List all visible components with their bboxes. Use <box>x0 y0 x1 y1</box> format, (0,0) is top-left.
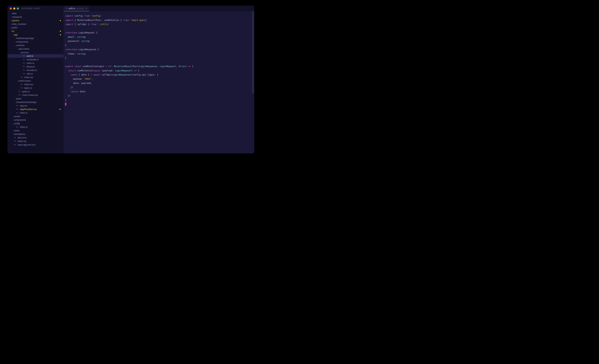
cursor <box>65 103 66 105</box>
tree-item[interactable]: TSUserContext.tsx <box>8 93 63 97</box>
chevron-right-icon: › <box>12 115 14 117</box>
tree-item-label: App.tsx <box>20 104 63 107</box>
typescript-icon: TS <box>23 73 26 75</box>
tree-item-label: types.ts <box>24 87 63 89</box>
chevron-right-icon: › <box>10 23 12 25</box>
tree-item[interactable]: TSApp.tsx <box>8 104 63 107</box>
tree-item-label: AppProviders.tsx <box>20 108 63 111</box>
typescript-icon: TS <box>23 66 26 68</box>
tree-item[interactable]: TSindex.tsx <box>8 76 63 79</box>
chevron-down-icon: ⌄ <box>17 48 18 50</box>
chevron-right-icon: › <box>14 37 16 39</box>
sidebar: EXPLORER: FRONT ›.idea›.storybook›cypres… <box>8 6 63 153</box>
close-tab-icon[interactable]: × <box>86 7 87 10</box>
tree-item[interactable]: TSlibrary.ts <box>8 65 63 68</box>
tree-item-label: services <box>21 51 63 54</box>
tree-item[interactable]: ›.idea <box>8 12 63 15</box>
tree-item-label: utils.ts <box>26 72 63 75</box>
scrollbar-track[interactable] <box>252 11 254 153</box>
tree-item[interactable]: ›types <box>8 97 63 100</box>
typescript-icon: TS <box>16 126 19 128</box>
tree-item-label: index.tsx <box>24 83 63 86</box>
close-window-button[interactable] <box>10 8 12 9</box>
tree-item[interactable]: TScandidate.ts <box>8 58 63 61</box>
tree-item[interactable]: ›UnauthenticatedApp <box>8 100 63 104</box>
chevron-down-icon: ⌄ <box>17 80 18 82</box>
chevron-right-icon: › <box>10 13 12 14</box>
tree-item-label: assets <box>14 115 63 118</box>
tree-item[interactable]: ⌄services <box>8 51 63 54</box>
tree-item[interactable]: ›translations <box>8 132 63 136</box>
tree-item[interactable]: TStypes.ts <box>8 90 63 93</box>
editor-window: EXPLORER: FRONT ›.idea›.storybook›cypres… <box>8 6 254 153</box>
minimize-window-button[interactable] <box>13 8 15 9</box>
tree-item[interactable]: TSauth.ts <box>8 54 63 58</box>
tab-auth-ts[interactable]: TS auth.ts services × <box>63 6 89 11</box>
tree-item[interactable]: TSdecs.d.ts <box>8 136 63 139</box>
chevron-right-icon: › <box>14 41 16 43</box>
tree-item-label: index.tsx <box>24 76 63 79</box>
tree-item[interactable]: TStypes.ts <box>8 86 63 90</box>
typescript-icon: TS <box>65 8 67 9</box>
chevron-right-icon: › <box>10 20 12 21</box>
tree-item-label: src <box>12 30 63 33</box>
tree-item[interactable]: ⌄app <box>8 33 63 36</box>
tree-item[interactable]: ›cypress <box>8 19 63 22</box>
typescript-icon: TS <box>14 144 17 146</box>
chevron-right-icon: › <box>10 27 12 29</box>
tree-item[interactable]: ›public <box>8 26 63 29</box>
tree-item[interactable]: TSutils.ts <box>8 72 63 76</box>
chevron-down-icon: ⌄ <box>12 122 14 124</box>
editor-area: TS auth.ts services × import config from… <box>63 6 254 153</box>
maximize-window-button[interactable] <box>17 8 19 9</box>
tree-item-label: library.ts <box>26 65 63 68</box>
tree-item-label: cypress <box>12 19 63 22</box>
tree-item[interactable]: ›styles <box>8 129 63 132</box>
tree-item[interactable]: ›AuthenticatedApp <box>8 36 63 40</box>
typescript-icon: TS <box>14 140 17 142</box>
tree-item[interactable]: TSAppProviders.tsxM <box>8 107 63 111</box>
tree-item[interactable]: ›components <box>8 118 63 122</box>
tree-item-label: index.ts <box>20 126 63 128</box>
scrollbar-thumb[interactable] <box>252 11 254 93</box>
typescript-icon: TS <box>21 87 24 89</box>
explorer-title: EXPLORER: FRONT <box>21 8 41 9</box>
tree-item[interactable]: ›assets <box>8 114 63 118</box>
tree-item-label: candidate.ts <box>26 58 63 61</box>
tree-item[interactable]: TSindex.ts <box>8 111 63 114</box>
tree-item-label: .storybook <box>12 16 63 18</box>
tree-item[interactable]: TSindex.tsx <box>8 139 63 143</box>
chevron-right-icon: › <box>10 16 12 18</box>
typescript-icon: TS <box>16 108 19 110</box>
tree-item-label: types <box>16 97 63 100</box>
tree-item-label: contexts <box>16 44 63 47</box>
tree-item-label: AuthContext <box>18 80 63 82</box>
tree-item[interactable]: ⌄config <box>8 122 63 125</box>
tree-item[interactable]: TSindex.tsx <box>8 83 63 86</box>
tree-item-label: UnauthenticatedApp <box>16 101 63 104</box>
tree-item[interactable]: ⌄ApiContext <box>8 47 63 51</box>
typescript-icon: TS <box>21 83 24 86</box>
tree-item[interactable]: ⌄src <box>8 29 63 33</box>
tab-path: services <box>76 7 84 9</box>
file-tree[interactable]: ›.idea›.storybook›cypress›node_modules›p… <box>8 11 63 153</box>
tree-item[interactable]: ⌄AuthContext <box>8 79 63 83</box>
code-editor[interactable]: import config from 'config'import { Muta… <box>63 11 254 153</box>
typescript-icon: TS <box>14 137 17 139</box>
tree-item-label: .idea <box>12 12 63 15</box>
tree-item[interactable]: ›components <box>8 40 63 43</box>
tree-item[interactable]: ›.storybook <box>8 15 63 19</box>
tree-item[interactable]: TSindex.ts <box>8 61 63 65</box>
tree-item[interactable]: TSrecruiter.ts <box>8 68 63 72</box>
tree-item[interactable]: ⌄contexts <box>8 43 63 47</box>
tree-item[interactable]: TSreact-app-env.d.ts <box>8 143 63 147</box>
chevron-down-icon: ⌄ <box>12 34 14 36</box>
tree-item[interactable]: ›node_modules <box>8 22 63 26</box>
tree-item-label: app <box>14 34 63 36</box>
tree-item-label: react-app-env.d.ts <box>18 144 63 146</box>
tree-item-label: index.ts <box>20 112 63 114</box>
git-modified-dot <box>60 34 61 35</box>
tab-bar: TS auth.ts services × <box>63 6 254 11</box>
chevron-down-icon: ⌄ <box>19 52 21 53</box>
tree-item[interactable]: TSindex.ts <box>8 125 63 129</box>
